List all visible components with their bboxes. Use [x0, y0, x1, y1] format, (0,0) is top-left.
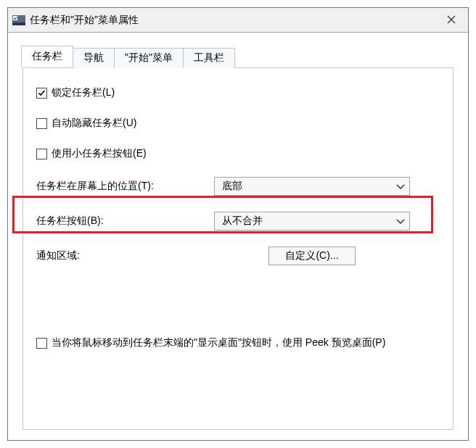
auto-hide-taskbar-label: 自动隐藏任务栏(U) — [52, 117, 136, 130]
peek-preview-checkbox[interactable] — [36, 338, 47, 349]
taskbar-properties-dialog: 任务栏和"开始"菜单属性 任务栏 导航 "开始"菜单 工具栏 — [7, 7, 469, 441]
lock-taskbar-checkbox[interactable] — [36, 88, 47, 99]
peek-preview-row: 当你将鼠标移动到任务栏末端的"显示桌面"按钮时，使用 Peek 预览桌面(P) — [36, 336, 440, 349]
svg-rect-1 — [12, 22, 25, 25]
customize-button[interactable]: 自定义(C)... — [268, 246, 356, 265]
client-area: 任务栏 导航 "开始"菜单 工具栏 锁定任务栏(L) — [8, 33, 468, 444]
tab-start-menu[interactable]: "开始"菜单 — [114, 48, 184, 68]
close-button[interactable] — [435, 8, 468, 33]
taskbar-position-label: 任务栏在屏幕上的位置(T): — [36, 180, 207, 193]
tabpanel-taskbar: 锁定任务栏(L) 自动隐藏任务栏(U) 使用小任务栏按钮(E) — [22, 67, 454, 430]
tab-taskbar[interactable]: 任务栏 — [21, 46, 73, 67]
tab-toolbars[interactable]: 工具栏 — [183, 48, 235, 68]
chevron-down-icon — [396, 215, 405, 227]
close-icon — [447, 14, 456, 26]
use-small-buttons-row: 使用小任务栏按钮(E) — [36, 146, 440, 161]
notification-area-row: 通知区域: 自定义(C)... — [36, 246, 440, 265]
chevron-down-icon — [396, 181, 405, 192]
use-small-buttons-label: 使用小任务栏按钮(E) — [52, 147, 147, 160]
tab-navigation[interactable]: 导航 — [73, 48, 115, 68]
taskbar-properties-icon — [12, 14, 25, 26]
taskbar-position-selected-value: 底部 — [222, 180, 242, 193]
auto-hide-taskbar-checkbox[interactable] — [36, 118, 47, 129]
window-title: 任务栏和"开始"菜单属性 — [30, 14, 435, 27]
taskbar-buttons-select[interactable]: 从不合并 — [214, 212, 410, 231]
peek-preview-label: 当你将鼠标移动到任务栏末端的"显示桌面"按钮时，使用 Peek 预览桌面(P) — [52, 336, 385, 349]
lock-taskbar-row: 锁定任务栏(L) — [36, 86, 440, 100]
tabstrip: 任务栏 导航 "开始"菜单 工具栏 — [21, 47, 454, 67]
titlebar: 任务栏和"开始"菜单属性 — [8, 8, 468, 33]
use-small-buttons-checkbox[interactable] — [36, 149, 47, 159]
auto-hide-taskbar-row: 自动隐藏任务栏(U) — [36, 116, 440, 130]
lock-taskbar-label: 锁定任务栏(L) — [52, 86, 115, 99]
notification-area-label: 通知区域: — [36, 249, 207, 262]
taskbar-position-select[interactable]: 底部 — [214, 177, 410, 196]
taskbar-buttons-row: 任务栏按钮(B): 从不合并 — [36, 212, 440, 231]
taskbar-buttons-selected-value: 从不合并 — [222, 215, 263, 228]
taskbar-position-row: 任务栏在屏幕上的位置(T): 底部 — [36, 177, 440, 196]
taskbar-buttons-label: 任务栏按钮(B): — [36, 215, 207, 228]
